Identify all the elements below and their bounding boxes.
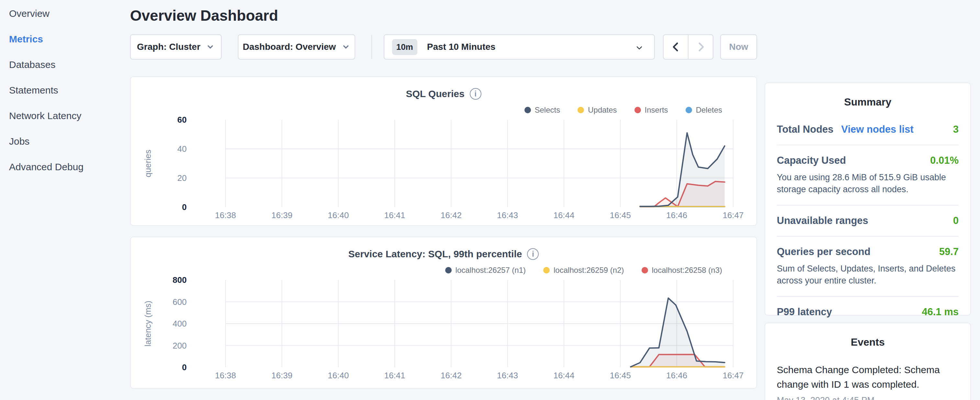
event-text: Schema Change Completed: Schema change w… <box>777 362 959 392</box>
sidebar-item-jobs[interactable]: Jobs <box>0 129 130 154</box>
y-tick-label: 40 <box>131 144 187 154</box>
sidebar-nav: OverviewMetricsDatabasesStatementsNetwor… <box>0 0 130 400</box>
legend-dot <box>641 267 648 274</box>
chart-cards: SQL Queries i SelectsUpdatesInsertsDelet… <box>130 76 757 389</box>
events-panel: Events Schema Change Completed: Schema c… <box>765 323 971 400</box>
sidebar-item-advanced-debug[interactable]: Advanced Debug <box>0 154 130 180</box>
summary-row-queries-per-second: Queries per second59.7Sum of Selects, Up… <box>777 246 959 287</box>
series-area-selects <box>640 133 725 207</box>
sql-queries-chart-card: SQL Queries i SelectsUpdatesInsertsDelet… <box>130 76 757 226</box>
summary-rows: Total NodesView nodes list3Capacity Used… <box>777 124 959 318</box>
summary-row-unavailable-ranges: Unavailable ranges0 <box>777 215 959 226</box>
event-timestamp: May 13, 2020 at 4:45 PM <box>777 395 959 400</box>
legend-dot <box>578 107 584 113</box>
summary-divider <box>777 296 959 297</box>
summary-divider <box>777 236 959 237</box>
graph-dropdown[interactable]: Graph: Cluster <box>130 34 222 59</box>
summary-panel: Summary Total NodesView nodes list3Capac… <box>765 83 971 316</box>
summary-row-line: Unavailable ranges0 <box>777 215 959 226</box>
y-axis-label: latency (ms) <box>143 301 153 347</box>
summary-divider <box>777 145 959 145</box>
legend-dot <box>686 107 692 113</box>
x-tick-label: 16:38 <box>203 371 248 381</box>
x-tick-label: 16:41 <box>372 210 417 220</box>
view-nodes-link[interactable]: View nodes list <box>841 124 913 135</box>
toolbar: Graph: Cluster Dashboard: Overview 10m P… <box>130 34 757 59</box>
y-tick-label: 60 <box>131 115 187 125</box>
sidebar-item-metrics[interactable]: Metrics <box>0 26 130 52</box>
summary-row-description: Sum of Selects, Updates, Inserts, and De… <box>777 263 959 287</box>
x-tick-label: 16:39 <box>259 210 304 220</box>
dashboard-dropdown[interactable]: Dashboard: Overview <box>238 34 355 59</box>
legend-item-deletes: Deletes <box>686 105 722 115</box>
summary-row-label: P99 latency <box>777 306 832 318</box>
legend-dot <box>445 267 452 274</box>
summary-row-label: Total Nodes <box>777 124 834 135</box>
legend-dot <box>635 107 641 113</box>
summary-row-value: 3 <box>953 124 959 135</box>
summary-row-value: 59.7 <box>939 246 959 258</box>
time-range-label: Past 10 Minutes <box>427 42 496 52</box>
summary-divider <box>777 205 959 206</box>
legend-label: localhost:26259 (n2) <box>554 266 624 275</box>
dashboard-dropdown-label: Dashboard: Overview <box>243 42 336 52</box>
x-tick-label: 16:45 <box>598 371 643 381</box>
sidebar-item-statements[interactable]: Statements <box>0 77 130 103</box>
x-tick-label: 16:42 <box>428 210 474 220</box>
time-step-buttons <box>663 34 713 59</box>
summary-row-line: Queries per second59.7 <box>777 246 959 258</box>
app-root: OverviewMetricsDatabasesStatementsNetwor… <box>0 0 980 400</box>
right-column: Summary Total NodesView nodes list3Capac… <box>765 83 971 400</box>
legend-label: localhost:26258 (n3) <box>652 266 722 275</box>
chevron-down-icon <box>206 43 215 51</box>
graph-dropdown-label: Graph: Cluster <box>137 42 200 52</box>
legend-dot <box>525 107 531 113</box>
sidebar-item-overview[interactable]: Overview <box>0 1 130 26</box>
legend-label: Inserts <box>645 105 668 115</box>
y-axis-label: queries <box>143 150 153 177</box>
summary-row-value: 0 <box>953 215 959 226</box>
summary-row-line: P99 latency46.1 ms <box>777 306 959 318</box>
event-item[interactable]: Schema Change Completed: Schema change w… <box>777 362 959 400</box>
x-tick-label: 16:46 <box>654 371 700 381</box>
summary-row-label: Queries per second <box>777 246 870 258</box>
summary-row-p99-latency: P99 latency46.1 ms <box>777 306 959 318</box>
chevron-down-icon <box>635 43 644 53</box>
legend-item-updates: Updates <box>578 105 617 115</box>
chevron-down-icon <box>342 43 350 51</box>
x-tick-label: 16:40 <box>316 210 361 220</box>
x-tick-label: 16:47 <box>711 371 756 381</box>
main-column: Overview Dashboard Graph: Cluster Dashbo… <box>130 0 757 400</box>
y-tick-label: 0 <box>131 362 187 373</box>
chart-title-row: SQL Queries i <box>131 88 756 100</box>
x-tick-label: 16:43 <box>485 371 530 381</box>
chart-plot-area[interactable] <box>226 280 733 367</box>
y-tick-label: 600 <box>131 297 187 307</box>
time-range-badge: 10m <box>392 39 417 55</box>
events-list: Schema Change Completed: Schema change w… <box>777 362 959 400</box>
legend-item-localhost-26257-n1: localhost:26257 (n1) <box>445 266 526 275</box>
x-tick-label: 16:41 <box>372 371 417 381</box>
summary-title: Summary <box>777 96 959 108</box>
y-tick-label: 0 <box>131 202 187 212</box>
time-range-selector[interactable]: 10m Past 10 Minutes <box>384 34 655 59</box>
summary-row-description: You are using 28.6 MiB of 515.9 GiB usab… <box>777 172 959 196</box>
x-tick-label: 16:42 <box>428 371 474 381</box>
step-forward-button[interactable] <box>689 35 713 59</box>
info-icon[interactable]: i <box>527 248 539 260</box>
summary-row-label: Capacity Used <box>777 155 846 166</box>
chart-legend: SelectsUpdatesInsertsDeletes <box>525 105 722 115</box>
y-tick-label: 400 <box>131 319 187 329</box>
chevron-right-icon <box>695 40 706 53</box>
legend-label: localhost:26257 (n1) <box>455 266 526 275</box>
chart-plot-area[interactable] <box>226 120 733 207</box>
legend-item-selects: Selects <box>525 105 560 115</box>
info-icon[interactable]: i <box>470 88 481 100</box>
y-tick-label: 200 <box>131 341 187 351</box>
sidebar-item-network-latency[interactable]: Network Latency <box>0 103 130 129</box>
summary-row-line: Capacity Used0.01% <box>777 155 959 166</box>
chart-title: SQL Queries <box>406 88 464 99</box>
sidebar-item-databases[interactable]: Databases <box>0 52 130 77</box>
now-button[interactable]: Now <box>720 34 757 59</box>
step-back-button[interactable] <box>663 35 688 59</box>
